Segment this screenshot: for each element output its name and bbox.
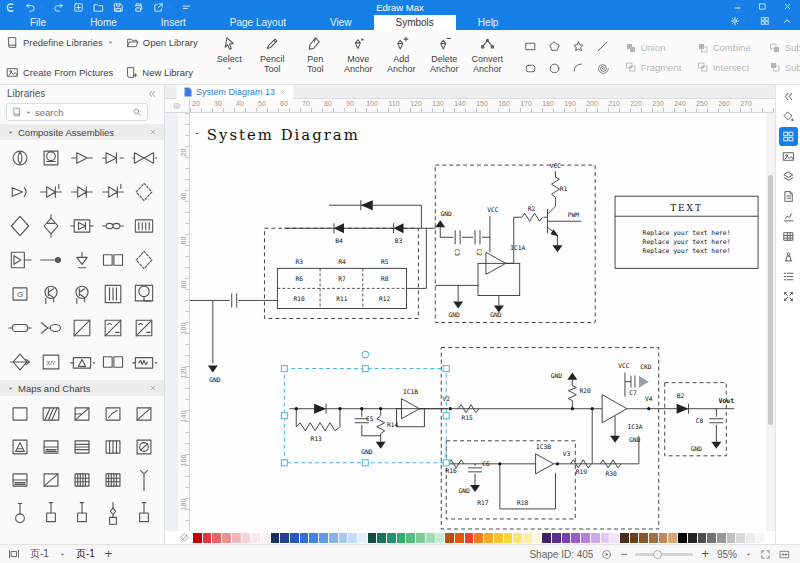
rotation-handle[interactable]: [362, 351, 368, 357]
print-button[interactable]: [133, 2, 144, 13]
symbol-abox[interactable]: [66, 345, 97, 379]
palette-color[interactable]: [203, 533, 212, 543]
palette-color[interactable]: [533, 533, 542, 543]
section-maps-and-charts[interactable]: Maps and Charts: [0, 380, 164, 396]
palette-color[interactable]: [659, 533, 668, 543]
palette-color[interactable]: [436, 533, 445, 543]
open-library-button[interactable]: Open Library: [126, 36, 198, 49]
symbol-boxmeter[interactable]: [35, 141, 66, 175]
combine-button[interactable]: Combine: [697, 42, 769, 54]
map-symbol-grid[interactable]: [66, 463, 97, 496]
fragment-button[interactable]: Fragment: [625, 61, 697, 73]
drawing-page[interactable]: -System DiagramGNDB4B3R3R4R5R6R7R8R10R11…: [190, 113, 766, 531]
palette-color[interactable]: [727, 533, 736, 543]
palette-color[interactable]: [494, 533, 503, 543]
search-input[interactable]: [35, 107, 129, 118]
palette-color[interactable]: [562, 533, 571, 543]
library-search-box[interactable]: [6, 103, 148, 121]
palette-color[interactable]: [610, 533, 619, 543]
symbol-xybox[interactable]: [35, 345, 66, 379]
distribute-icon[interactable]: [779, 287, 798, 306]
palette-color[interactable]: [465, 533, 474, 543]
palette-color[interactable]: [736, 533, 745, 543]
fit-width-icon[interactable]: [779, 549, 790, 560]
document-tab[interactable]: System Diagram 13: [177, 85, 293, 99]
palette-color[interactable]: [309, 533, 318, 543]
palette-color[interactable]: [406, 533, 415, 543]
pen-tool-button[interactable]: PenTool: [294, 34, 337, 81]
map-symbol-halffill[interactable]: [4, 463, 35, 496]
zoom-out-button[interactable]: −: [620, 547, 627, 561]
clipart-icon[interactable]: [779, 247, 798, 266]
zoom-level[interactable]: 95%: [717, 549, 737, 560]
vertical-scrollbar[interactable]: [766, 113, 775, 531]
palette-color[interactable]: [212, 533, 221, 543]
add-anchor-button[interactable]: AddAnchor: [380, 34, 423, 81]
palette-color[interactable]: [542, 533, 551, 543]
tab-home[interactable]: Home: [68, 15, 139, 30]
palette-color[interactable]: [698, 533, 707, 543]
section-composite-assemblies[interactable]: Composite Assemblies: [0, 124, 164, 140]
minimize-button[interactable]: [733, 2, 742, 11]
symbol-buffer2[interactable]: [98, 141, 129, 175]
symbol-diodeplus[interactable]: [35, 175, 66, 209]
notes-icon[interactable]: [779, 187, 798, 206]
palette-color[interactable]: [251, 533, 260, 543]
layout-grid-button[interactable]: [760, 16, 770, 26]
symbol-convert[interactable]: [98, 311, 129, 345]
search-icon[interactable]: [132, 107, 142, 117]
collapse-libraries-icon[interactable]: [147, 89, 157, 99]
symbol-gbox[interactable]: [4, 277, 35, 311]
page-list-caret-icon[interactable]: [59, 551, 66, 558]
palette-color[interactable]: [397, 533, 406, 543]
palette-color[interactable]: [377, 533, 386, 543]
library-filter-icon[interactable]: [12, 107, 22, 117]
palette-color[interactable]: [746, 533, 755, 543]
collapse-panel-icon[interactable]: [779, 87, 798, 106]
redo-button[interactable]: [53, 2, 64, 13]
palette-color[interactable]: [601, 533, 610, 543]
map-symbol-hatch[interactable]: [35, 397, 66, 430]
intersect-button[interactable]: Intersect: [697, 61, 769, 73]
palette-color[interactable]: [193, 533, 202, 543]
palette-color[interactable]: [290, 533, 299, 543]
draw-star-shape-button[interactable]: [572, 40, 585, 53]
symbol-dashdiamond[interactable]: [129, 243, 160, 277]
symbol-motor[interactable]: [129, 277, 160, 311]
presentation-play-icon[interactable]: [601, 549, 612, 560]
tab-file[interactable]: File: [8, 15, 68, 30]
symbol-triarc[interactable]: [4, 175, 35, 209]
symbol-coilbox[interactable]: [129, 209, 160, 243]
draw-pentagon-shape-button[interactable]: [548, 40, 561, 53]
export-button[interactable]: [153, 2, 172, 13]
pencil-tool-button[interactable]: PencilTool: [251, 34, 294, 81]
zoom-slider-thumb[interactable]: [653, 550, 662, 559]
zoom-in-button[interactable]: +: [701, 549, 709, 559]
move-anchor-button[interactable]: MoveAnchor: [337, 34, 380, 81]
tab-insert[interactable]: Insert: [139, 15, 208, 30]
palette-color[interactable]: [513, 533, 522, 543]
page-nav-label[interactable]: 页-1: [30, 547, 49, 561]
ic3b-subgroup[interactable]: [446, 441, 575, 519]
palette-color[interactable]: [358, 533, 367, 543]
symbol-trignd[interactable]: [66, 243, 97, 277]
close-button[interactable]: [783, 2, 792, 11]
symbol-diamondarrow[interactable]: [4, 345, 35, 379]
map-symbol-hlines[interactable]: [66, 430, 97, 463]
layers-icon[interactable]: [779, 167, 798, 186]
map-symbol-circstem[interactable]: [4, 496, 35, 529]
draw-spiral-shape-button[interactable]: [596, 62, 609, 75]
ruler-origin[interactable]: ◎: [165, 99, 190, 113]
undo-button[interactable]: [25, 2, 44, 13]
open-button[interactable]: [93, 2, 104, 13]
draw-rect-shape-button[interactable]: [524, 40, 537, 53]
palette-color[interactable]: [765, 533, 774, 543]
scroll-down-icon[interactable]: [151, 113, 159, 121]
collapse-ribbon-button[interactable]: [782, 16, 792, 26]
map-symbol-boxstem[interactable]: [35, 496, 66, 529]
symbol-buffer[interactable]: [66, 141, 97, 175]
palette-color[interactable]: [474, 533, 483, 543]
customize-toolbar-button[interactable]: [181, 2, 192, 13]
palette-color[interactable]: [571, 533, 580, 543]
symbol-diagbox[interactable]: [66, 311, 97, 345]
